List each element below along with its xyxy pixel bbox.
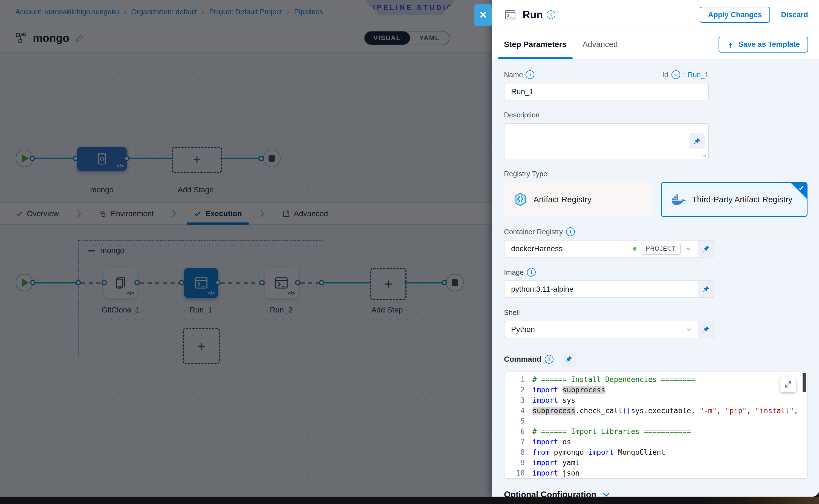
terminal-icon <box>504 9 517 21</box>
pin-button[interactable] <box>698 280 714 298</box>
image-label: Image <box>504 268 524 277</box>
dim-overlay <box>0 0 492 497</box>
id-display: Id i : Run_1 <box>662 70 709 79</box>
line-number: 5 <box>505 416 533 426</box>
info-icon[interactable]: i <box>547 10 556 19</box>
check-icon: ✓ <box>798 184 805 193</box>
line-number: 2 <box>505 385 533 395</box>
info-icon[interactable]: i <box>545 355 554 364</box>
code-line: 9import yaml <box>505 457 807 468</box>
command-label-row: Command i <box>504 351 808 367</box>
line-number: 4 <box>505 405 533 416</box>
container-registry-input[interactable]: dockerHarness PROJECT <box>504 240 698 257</box>
editor-scrollbar[interactable] <box>803 373 806 392</box>
third-party-artifact-registry-label: Third-Party Artifact Registry <box>692 195 792 204</box>
optional-configuration-label: Optional Configuration <box>504 490 597 497</box>
name-input[interactable]: Run_1 <box>504 83 709 100</box>
code-text: subprocess.check_call([sys.executable, "… <box>533 405 807 416</box>
code-line: 4subprocess.check_call([sys.executable, … <box>505 405 807 416</box>
docker-icon <box>671 193 686 206</box>
pin-button[interactable] <box>561 351 577 367</box>
registry-type-options: Artifact Registry Third-Party Artifact R… <box>504 182 808 217</box>
pipeline-studio-screen: Account: kurosakiichigo.songoku › Organi… <box>0 0 819 504</box>
line-number: 8 <box>505 447 533 457</box>
command-label: Command <box>504 355 542 364</box>
code-line: 1# ====== Install Dependencies ======== <box>505 374 807 385</box>
image-input[interactable]: python:3.11-alpine <box>504 280 698 298</box>
code-text: # ====== Install Dependencies ======== <box>533 374 807 385</box>
line-number: 9 <box>505 457 533 468</box>
line-number: 1 <box>505 374 533 385</box>
description-label: Description <box>504 111 540 119</box>
pin-button[interactable] <box>689 133 705 149</box>
code-text: # ====== Import Libraries =========== <box>533 426 807 437</box>
name-id-row: Name i Id i : Run_1 <box>504 70 709 79</box>
connectivity-status-dot <box>633 247 636 251</box>
close-drawer-button[interactable]: ✕ <box>475 4 492 26</box>
name-label: Name <box>504 71 523 79</box>
line-number: 10 <box>505 468 533 478</box>
pin-button[interactable] <box>698 240 714 257</box>
code-line: 2import subprocess <box>505 385 807 395</box>
third-party-artifact-registry-card[interactable]: Third-Party Artifact Registry ✓ <box>661 182 808 217</box>
code-text: import json <box>533 468 807 478</box>
shell-field: Python <box>504 321 714 338</box>
info-icon[interactable]: i <box>526 70 534 79</box>
window-bottom-edge <box>0 497 819 504</box>
code-text: import os <box>533 437 807 447</box>
shell-select[interactable]: Python <box>504 321 698 338</box>
description-textarea[interactable] <box>504 123 709 159</box>
discard-button[interactable]: Discard <box>781 11 808 19</box>
id-separator: : <box>683 71 685 79</box>
artifact-registry-label: Artifact Registry <box>534 195 592 204</box>
drawer-tabs: Step Parameters Advanced Save as Templat… <box>492 30 819 60</box>
id-label: Id <box>662 71 668 79</box>
code-lines: 1# ====== Install Dependencies ========2… <box>505 374 807 478</box>
description-label-row: Description <box>504 111 808 119</box>
code-line: 7import os <box>505 437 807 447</box>
code-text <box>533 416 807 426</box>
code-line: 3import sys <box>505 395 807 405</box>
container-registry-value: dockerHarness <box>511 244 563 253</box>
code-text: import yaml <box>533 457 807 468</box>
drawer-header: Run i Apply Changes Discard <box>492 0 819 30</box>
save-as-template-button[interactable]: Save as Template <box>719 37 808 53</box>
info-icon[interactable]: i <box>527 268 536 277</box>
scope-badge: PROJECT <box>641 243 681 255</box>
resize-handle-icon[interactable] <box>702 153 707 158</box>
registry-type-label-row: Registry Type <box>504 170 808 178</box>
code-line: 5 <box>505 416 807 426</box>
code-text: import subprocess <box>533 385 807 395</box>
artifact-registry-card[interactable]: Artifact Registry <box>504 182 651 217</box>
apply-changes-button[interactable]: Apply Changes <box>700 7 770 23</box>
studio-canvas-area: Account: kurosakiichigo.songoku › Organi… <box>0 0 492 497</box>
line-number: 6 <box>505 426 533 437</box>
image-value: python:3.11-alpine <box>511 285 574 294</box>
code-text: from pymongo import MongoClient <box>533 447 807 457</box>
info-icon[interactable]: i <box>566 227 575 236</box>
container-registry-field: dockerHarness PROJECT <box>504 240 714 257</box>
command-code-editor[interactable]: 1# ====== Install Dependencies ========2… <box>504 372 808 479</box>
save-as-template-label: Save as Template <box>738 40 800 49</box>
registry-type-label: Registry Type <box>504 170 547 178</box>
chevron-down-icon[interactable] <box>685 326 692 333</box>
shell-label-row: Shell <box>504 308 808 317</box>
line-number: 7 <box>505 437 533 447</box>
drawer-body: Name i Id i : Run_1 Run_1 Description <box>492 59 819 497</box>
shell-value: Python <box>511 325 535 334</box>
tab-advanced[interactable]: Advanced <box>583 40 618 49</box>
expand-editor-button[interactable] <box>780 376 796 392</box>
shell-label: Shell <box>504 308 520 317</box>
code-line: 8from pymongo import MongoClient <box>505 447 807 457</box>
id-value[interactable]: Run_1 <box>688 71 709 79</box>
code-line: 10import json <box>505 468 807 478</box>
optional-configuration-toggle[interactable]: Optional Configuration <box>504 490 808 497</box>
artifact-registry-icon <box>513 192 528 207</box>
info-icon[interactable]: i <box>672 70 680 79</box>
chevron-down-icon <box>602 490 611 497</box>
tab-step-parameters[interactable]: Step Parameters <box>504 40 567 49</box>
line-number: 3 <box>505 395 533 405</box>
chevron-down-icon[interactable] <box>685 245 692 252</box>
image-label-row: Image i <box>504 268 808 277</box>
pin-button[interactable] <box>698 321 714 338</box>
